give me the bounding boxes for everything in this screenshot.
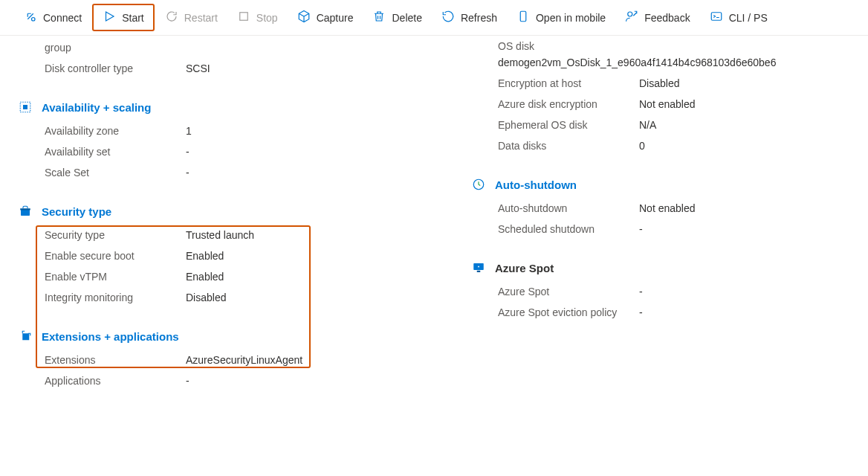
prop-value-secure-boot: Enabled [186, 250, 461, 262]
feedback-label: Feedback [644, 12, 690, 24]
svg-rect-3 [520, 11, 526, 22]
stop-icon [237, 10, 250, 25]
property-row: Data disks0 [498, 135, 868, 156]
clock-icon [471, 177, 486, 192]
prop-value-data-disks: 0 [639, 140, 868, 152]
prop-label-os-disk: OS disk [498, 40, 639, 52]
property-row: ExtensionsAzureSecurityLinuxAgent [45, 350, 461, 370]
property-row: Scale Set- [45, 162, 461, 183]
property-row: Availability set- [45, 141, 461, 162]
trash-icon [372, 10, 386, 25]
refresh-icon [441, 10, 455, 25]
prop-value-azure-spot: - [639, 286, 868, 298]
prop-label-availability-set: Availability set [45, 146, 186, 158]
prop-label-auto-shutdown: Auto-shutdown [498, 202, 639, 214]
svg-rect-11 [22, 333, 29, 340]
capture-label: Capture [317, 12, 354, 24]
section-extensions-applications[interactable]: Extensions + applications [45, 329, 461, 344]
prop-label-integrity-monitoring: Integrity monitoring [45, 292, 186, 303]
prop-label-scale-set: Scale Set [45, 167, 186, 178]
refresh-button[interactable]: Refresh [433, 5, 506, 30]
delete-button[interactable]: Delete [363, 5, 430, 30]
property-row: Ephemeral OS diskN/A [498, 115, 868, 135]
restart-label: Restart [184, 12, 218, 24]
property-row: Azure Spot eviction policy- [498, 302, 868, 323]
section-azure-spot[interactable]: Azure Spot [498, 260, 868, 275]
prop-value-applications: - [186, 375, 461, 387]
play-icon [103, 10, 116, 25]
svg-rect-10 [20, 208, 30, 210]
cli-label: CLI / PS [729, 12, 768, 24]
prop-value-vtpm: Enabled [186, 271, 461, 283]
prop-label-secure-boot: Enable secure boot [45, 250, 186, 262]
property-row: demogen2vm_OsDisk_1_e960a4f1414b4c968103… [498, 57, 868, 73]
property-row: Encryption at hostDisabled [498, 73, 868, 94]
section-security-type[interactable]: Security type [45, 204, 461, 219]
prop-value-extensions: AzureSecurityLinuxAgent [186, 354, 461, 366]
prop-label-data-disks: Data disks [498, 140, 639, 152]
prop-value-os-disk-name: demogen2vm_OsDisk_1_e960a4f1414b4c968103… [498, 57, 868, 68]
prop-value-scheduled-shutdown: - [639, 223, 868, 235]
delete-label: Delete [392, 12, 421, 24]
cli-icon [710, 10, 723, 25]
start-label: Start [122, 12, 144, 24]
prop-value-encryption-at-host: Disabled [639, 77, 868, 89]
svg-rect-8 [23, 105, 27, 109]
stop-button: Stop [228, 5, 287, 30]
svg-point-14 [478, 266, 480, 268]
section-availability-scaling[interactable]: Availability + scaling [45, 100, 461, 115]
property-row: Enable secure bootEnabled [45, 245, 461, 266]
restart-icon [165, 10, 178, 25]
property-row: OS disk [498, 36, 868, 57]
mobile-icon [516, 10, 530, 25]
security-icon [18, 204, 33, 219]
start-button[interactable]: Start [92, 4, 155, 31]
capture-button[interactable]: Capture [288, 5, 363, 30]
content-area: group Disk controller type SCSI Availabi… [0, 36, 868, 476]
availability-icon [18, 100, 33, 115]
property-row: Availability zone1 [45, 120, 461, 141]
open-mobile-label: Open in mobile [536, 12, 606, 24]
cli-button[interactable]: CLI / PS [701, 5, 777, 30]
prop-label-disk-controller-type: Disk controller type [45, 62, 186, 74]
prop-label-vtpm: Enable vTPM [45, 271, 186, 283]
svg-point-0 [32, 18, 36, 22]
property-row: Enable vTPMEnabled [45, 266, 461, 287]
property-row: Auto-shutdownNot enabled [498, 198, 868, 219]
prop-label-spot-eviction-policy: Azure Spot eviction policy [498, 306, 639, 318]
property-row: Disk controller type SCSI [45, 58, 461, 79]
left-column: group Disk controller type SCSI Availabi… [45, 36, 461, 391]
prop-value-spot-eviction-policy: - [639, 306, 868, 318]
feedback-button[interactable]: Feedback [616, 5, 699, 30]
svg-rect-15 [477, 271, 481, 272]
feedback-icon [625, 10, 638, 25]
property-row: Security typeTrusted launch [45, 225, 461, 245]
prop-value-scale-set: - [186, 167, 461, 178]
prop-label-encryption-at-host: Encryption at host [498, 77, 639, 89]
connect-button[interactable]: Connect [15, 5, 91, 30]
prop-value-auto-shutdown: Not enabled [639, 202, 868, 214]
prop-value-availability-set: - [186, 146, 461, 158]
connect-label: Connect [43, 12, 82, 24]
prop-value-security-type: Trusted launch [186, 229, 461, 241]
section-security-label: Security type [42, 205, 111, 218]
svg-rect-6 [711, 13, 722, 21]
prop-label-azure-spot: Azure Spot [498, 286, 639, 298]
open-mobile-button[interactable]: Open in mobile [508, 5, 615, 30]
svg-rect-9 [21, 210, 30, 216]
prop-label-group: group [45, 42, 186, 54]
prop-label-extensions: Extensions [45, 354, 186, 366]
vm-toolbar: Connect Start Restart Stop Capture Delet… [0, 0, 868, 36]
restart-button: Restart [156, 5, 227, 30]
prop-label-azure-disk-encryption: Azure disk encryption [498, 98, 639, 110]
section-auto-shutdown[interactable]: Auto-shutdown [498, 177, 868, 192]
section-availability-label: Availability + scaling [42, 101, 151, 114]
prop-value-disk-controller-type: SCSI [186, 62, 461, 74]
stop-label: Stop [256, 12, 278, 24]
prop-value-availability-zone: 1 [186, 125, 461, 137]
prop-value-integrity-monitoring: Disabled [186, 292, 461, 303]
capture-icon [297, 10, 311, 25]
refresh-label: Refresh [461, 12, 497, 24]
property-row: Scheduled shutdown- [498, 219, 868, 239]
prop-label-ephemeral-os-disk: Ephemeral OS disk [498, 119, 639, 131]
